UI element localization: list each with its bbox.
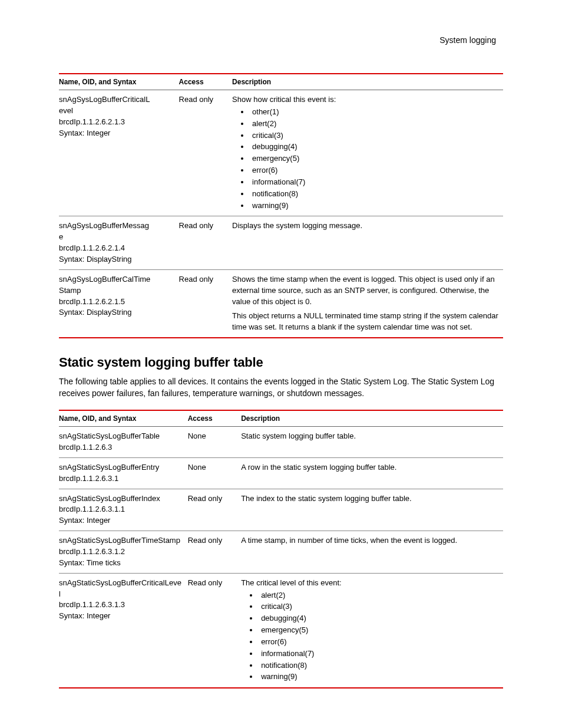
section-paragraph: The following table applies to all devic…	[59, 376, 503, 399]
table-row: snAgStaticSysLogBufferCriticalLeve l brc…	[59, 573, 503, 688]
section-heading: Static system logging buffer table	[59, 355, 503, 370]
oid-syntax: Syntax: Time ticks	[59, 558, 183, 569]
oid-name: snAgStaticSysLogBufferTimeStamp	[59, 535, 183, 546]
oid-path: brcdIp.1.1.2.6.2.1.3	[59, 117, 174, 128]
access-cell: Read only	[179, 269, 232, 338]
desc-cell: The index to the static system logging b…	[241, 489, 503, 531]
desc-cell: Displays the system logging message.	[232, 216, 503, 269]
desc-cell: A row in the static system logging buffe…	[241, 457, 503, 489]
desc-bullet-list: alert(2) critical(3) debugging(4) emerge…	[241, 590, 498, 684]
oid-path: brcdIp.1.1.2.6.2.1.5	[59, 297, 174, 308]
oid-path: brcdIp.1.1.2.6.3.1.2	[59, 546, 183, 558]
oid-syntax: Syntax: DisplayString	[59, 254, 174, 265]
desc-para: This object returns a NULL terminated ti…	[232, 311, 498, 333]
oid-name: snAgSysLogBufferMessag	[59, 220, 174, 232]
oid-path: brcdIp.1.1.2.6.2.1.4	[59, 243, 174, 254]
table-row: snAgSysLogBufferCriticalL evel brcdIp.1.…	[59, 90, 503, 216]
oid-syntax: Syntax: Integer	[59, 515, 183, 526]
access-cell: Read only	[179, 90, 232, 216]
list-item: emergency(5)	[250, 153, 498, 165]
list-item: informational(7)	[250, 177, 498, 189]
oid-name-cont: e	[59, 232, 174, 243]
running-header: System logging	[59, 35, 503, 45]
t1-header-desc: Description	[232, 74, 503, 90]
desc-lead: Show how critical this event is:	[232, 95, 336, 104]
oid-syntax: Syntax: DisplayString	[59, 307, 174, 318]
t1-header-access: Access	[179, 74, 232, 90]
oid-path: brcdIp.1.1.2.6.3.1.3	[59, 599, 183, 611]
access-cell: Read only	[188, 531, 241, 574]
access-cell: None	[188, 427, 241, 458]
t2-header-desc: Description	[241, 410, 503, 427]
list-item: critical(3)	[250, 130, 498, 142]
table-row: snAgSysLogBufferMessag e brcdIp.1.1.2.6.…	[59, 216, 503, 269]
oid-name-cont: l	[59, 589, 183, 600]
table-row: snAgStaticSysLogBufferEntry brcdIp.1.1.2…	[59, 457, 503, 489]
list-item: informational(7)	[259, 648, 498, 660]
table-row: snAgStaticSysLogBufferTimeStamp brcdIp.1…	[59, 531, 503, 574]
list-item: debugging(4)	[259, 613, 498, 625]
table-row: snAgSysLogBufferCalTime Stamp brcdIp.1.1…	[59, 269, 503, 338]
list-item: notification(8)	[259, 660, 498, 672]
list-item: emergency(5)	[259, 625, 498, 637]
oid-name-cont: Stamp	[59, 285, 174, 297]
oid-name: snAgStaticSysLogBufferEntry	[59, 462, 183, 473]
access-cell: Read only	[188, 573, 241, 688]
list-item: other(1)	[250, 107, 498, 118]
oid-path: brcdIp.1.1.2.6.3	[59, 442, 183, 453]
oid-syntax: Syntax: Integer	[59, 128, 174, 139]
access-cell: Read only	[188, 489, 241, 531]
list-item: debugging(4)	[250, 141, 498, 153]
list-item: notification(8)	[250, 189, 498, 200]
desc-cell: A time stamp, in number of time ticks, w…	[241, 531, 503, 574]
oid-name: snAgStaticSysLogBufferIndex	[59, 493, 183, 505]
desc-cell: Static system logging buffer table.	[241, 427, 503, 458]
list-item: warning(9)	[259, 671, 498, 683]
access-cell: Read only	[179, 216, 232, 269]
access-cell: None	[188, 457, 241, 489]
t2-header-access: Access	[188, 410, 241, 427]
oid-syntax: Syntax: Integer	[59, 611, 183, 622]
desc-lead: The critical level of this event:	[241, 578, 342, 587]
table-row: snAgStaticSysLogBufferIndex brcdIp.1.1.2…	[59, 489, 503, 531]
oid-name: snAgStaticSysLogBufferTable	[59, 431, 183, 442]
desc-bullet-list: other(1) alert(2) critical(3) debugging(…	[232, 107, 498, 212]
table-row: snAgStaticSysLogBufferTable brcdIp.1.1.2…	[59, 427, 503, 458]
list-item: critical(3)	[259, 601, 498, 613]
oid-name: snAgSysLogBufferCalTime	[59, 274, 174, 285]
oid-name-cont: evel	[59, 106, 174, 117]
desc-para: Shows the time stamp when the event is l…	[232, 274, 498, 308]
oid-name: snAgSysLogBufferCriticalL	[59, 94, 174, 106]
oid-path: brcdIp.1.1.2.6.3.1.1	[59, 504, 183, 515]
list-item: alert(2)	[259, 590, 498, 602]
oid-name: snAgStaticSysLogBufferCriticalLeve	[59, 578, 183, 589]
mib-table-2: Name, OID, and Syntax Access Description…	[59, 410, 503, 689]
list-item: error(6)	[250, 165, 498, 177]
list-item: error(6)	[259, 637, 498, 648]
t1-header-name: Name, OID, and Syntax	[59, 74, 179, 90]
oid-path: brcdIp.1.1.2.6.3.1	[59, 473, 183, 485]
t2-header-name: Name, OID, and Syntax	[59, 410, 188, 427]
mib-table-1: Name, OID, and Syntax Access Description…	[59, 73, 503, 338]
list-item: alert(2)	[250, 118, 498, 130]
list-item: warning(9)	[250, 200, 498, 212]
